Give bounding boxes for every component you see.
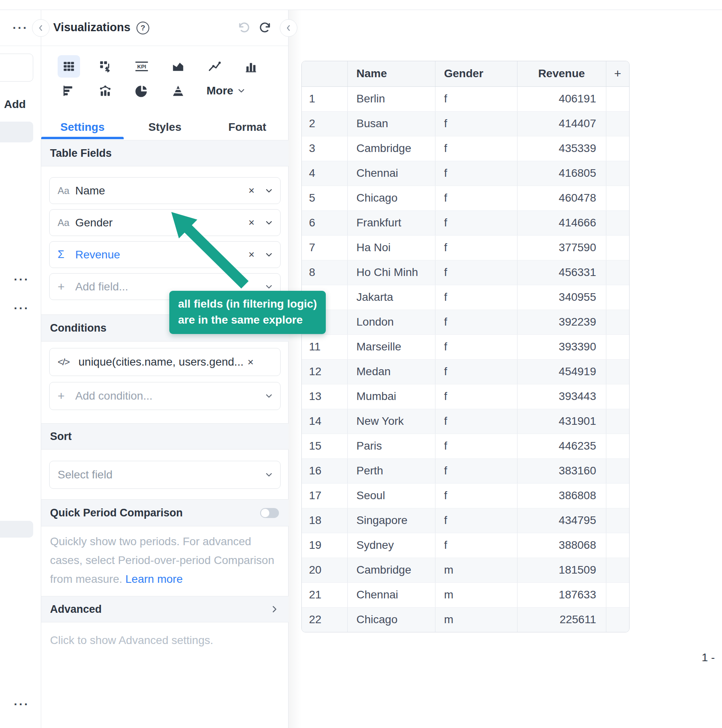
visualizations-panel: Visualizations ?	[41, 10, 289, 728]
cell-gender: f	[435, 334, 517, 359]
viz-type-pivot[interactable]	[94, 55, 116, 78]
viz-type-line[interactable]	[203, 55, 226, 78]
rail-clipped-item-bottom[interactable]	[0, 521, 33, 538]
cell-revenue: 392239	[517, 310, 606, 334]
chevron-down-icon[interactable]	[265, 392, 273, 400]
tab-format[interactable]: Format	[206, 115, 289, 139]
plus-icon: +	[58, 280, 75, 294]
viz-type-table[interactable]	[58, 55, 80, 78]
cell-revenue: 187633	[517, 582, 606, 607]
cell-name: London	[347, 310, 435, 334]
cell-gender: f	[435, 186, 517, 210]
viz-type-kpi[interactable]: KPI	[130, 55, 153, 78]
cell-add-column	[606, 508, 629, 533]
redo-icon	[259, 21, 272, 35]
field-row-gender[interactable]: Aa Gender ×	[49, 209, 281, 236]
learn-more-link[interactable]: Learn more	[125, 573, 183, 585]
section-advanced-header[interactable]: Advanced	[41, 596, 289, 622]
cell-revenue: 340955	[517, 285, 606, 310]
cell-revenue: 386808	[517, 483, 606, 508]
rail-clipped-input[interactable]	[0, 54, 33, 82]
cell-add-column	[606, 285, 629, 310]
help-icon[interactable]: ?	[136, 22, 149, 34]
add-column-button[interactable]: +	[606, 61, 629, 86]
chevron-down-icon[interactable]	[265, 471, 273, 479]
remove-field-icon[interactable]: ×	[249, 184, 255, 197]
chevron-down-icon[interactable]	[265, 219, 273, 227]
undo-button[interactable]	[236, 20, 251, 36]
table-row: 8Ho Chi Minhf456331	[302, 260, 629, 285]
viz-type-combo[interactable]	[94, 80, 116, 102]
panel-collapse-button[interactable]	[280, 19, 297, 37]
section-title: Advanced	[50, 603, 102, 616]
revenue-column-header[interactable]: Revenue	[517, 61, 606, 86]
rail-ellipsis-icon[interactable]: ···	[10, 274, 34, 286]
condition-chip[interactable]: </> unique(cities.name, users.gend... ×	[49, 348, 281, 376]
cell-gender: f	[435, 508, 517, 533]
table-row: 22Chicagom225611	[302, 607, 629, 632]
cell-name: Chennai	[347, 161, 435, 186]
add-field-button[interactable]: + Add field...	[49, 273, 281, 300]
table-row: 18Singaporef434795	[302, 508, 629, 533]
viz-type-more-button[interactable]: More	[203, 80, 245, 102]
cell-name: Busan	[347, 111, 435, 136]
table-row: 17Seoulf386808	[302, 483, 629, 508]
row-index: 5	[302, 186, 347, 210]
sort-field-select[interactable]: Select field	[49, 461, 281, 489]
tab-settings[interactable]: Settings	[41, 115, 124, 139]
viz-type-pie[interactable]	[130, 80, 153, 102]
rail-ellipsis-icon[interactable]: ···	[10, 302, 34, 314]
rail-ellipsis-icon[interactable]: ···	[10, 698, 34, 710]
row-index: 22	[302, 607, 347, 632]
panel-header: Visualizations ?	[41, 10, 288, 46]
cell-name: Chicago	[347, 607, 435, 632]
cell-revenue: 181509	[517, 558, 606, 582]
cell-add-column	[606, 384, 629, 409]
cell-name: Jakarta	[347, 285, 435, 310]
row-index: 21	[302, 582, 347, 607]
cell-add-column	[606, 86, 629, 111]
cell-add-column	[606, 434, 629, 458]
cell-name: Seoul	[347, 483, 435, 508]
remove-condition-icon[interactable]: ×	[247, 356, 253, 368]
tab-styles[interactable]: Styles	[124, 115, 206, 139]
name-column-header[interactable]: Name	[347, 61, 435, 86]
viz-type-area[interactable]	[167, 55, 189, 78]
rail-ellipsis-icon[interactable]: ···	[10, 725, 34, 728]
field-row-revenue[interactable]: Σ Revenue ×	[49, 241, 281, 268]
add-condition-button[interactable]: + Add condition...	[49, 382, 281, 410]
remove-field-icon[interactable]: ×	[249, 216, 255, 229]
panel-back-button[interactable]	[32, 19, 50, 37]
row-index: 7	[302, 235, 347, 260]
panel-tabs: Settings Styles Format	[41, 115, 289, 139]
field-row-name[interactable]: Aa Name ×	[49, 177, 281, 204]
viz-type-funnel[interactable]	[167, 80, 189, 102]
cell-name: Sydney	[347, 533, 435, 558]
gender-column-header[interactable]: Gender	[435, 61, 517, 86]
remove-field-icon[interactable]: ×	[249, 248, 255, 261]
cell-gender: m	[435, 558, 517, 582]
table-icon	[62, 60, 76, 73]
viz-type-column[interactable]	[240, 55, 262, 78]
chevron-down-icon[interactable]	[265, 251, 273, 259]
table-row: Jakartaf340955	[302, 285, 629, 310]
cell-add-column	[606, 186, 629, 210]
rail-clipped-item-top[interactable]	[0, 122, 33, 142]
viz-type-bar[interactable]	[58, 80, 80, 102]
table-row: 7Ha Noif377590	[302, 235, 629, 260]
cell-add-column	[606, 409, 629, 434]
cell-name: Mumbai	[347, 384, 435, 409]
chevron-down-icon[interactable]	[265, 283, 273, 291]
code-icon: </>	[58, 356, 78, 368]
chevron-down-icon[interactable]	[265, 187, 273, 195]
cell-add-column	[606, 558, 629, 582]
qpc-toggle[interactable]	[260, 508, 279, 518]
cell-add-column	[606, 334, 629, 359]
redo-button[interactable]	[258, 20, 273, 36]
row-index	[302, 310, 347, 334]
add-label: Add	[4, 98, 26, 111]
column-chart-icon	[244, 60, 258, 73]
rail-menu-icon[interactable]: ···	[13, 22, 28, 34]
cell-gender: m	[435, 607, 517, 632]
table-row: 21Chennaim187633	[302, 582, 629, 607]
